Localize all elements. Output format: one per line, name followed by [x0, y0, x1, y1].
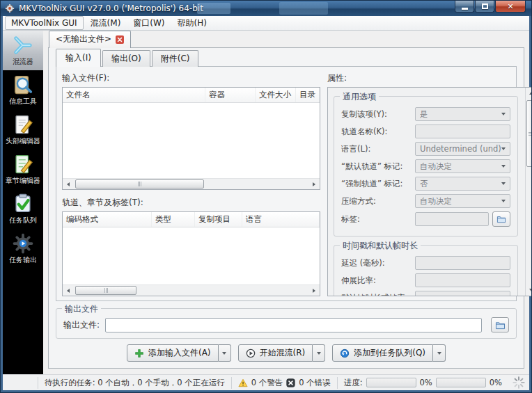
sidebar-item-job-output[interactable]: 任务输出: [3, 229, 43, 268]
scroll-right-icon[interactable]: [308, 179, 320, 189]
output-file-label: 输出文件:: [63, 319, 100, 331]
tab-attachments[interactable]: 附件(C): [152, 50, 199, 67]
document-tab[interactable]: <无输出文件>: [49, 31, 131, 48]
input-files-body[interactable]: [63, 103, 320, 178]
titlebar[interactable]: MKVToolNix GUI v27.0.0 ('Metropolis') 64…: [1, 1, 531, 16]
status-bar: 待执行的任务: 0 个自动，0 个手动，0 个正在运行 0 个警告 0 个错误 …: [3, 374, 529, 390]
tracks-hscrollbar[interactable]: [63, 284, 320, 296]
output-file-browse-button[interactable]: [491, 317, 509, 332]
scroll-up-icon[interactable]: [526, 88, 532, 99]
compression-label: 压缩方式:: [341, 196, 415, 207]
forced-track-flag-select[interactable]: 否: [415, 177, 510, 191]
add-to-job-queue-dropdown[interactable]: [433, 344, 446, 362]
tab-output[interactable]: 输出(O): [102, 50, 150, 67]
column-header-codec[interactable]: 编码格式: [63, 212, 152, 227]
input-files-header[interactable]: 文件名 容器 文件大小 目录: [63, 88, 320, 103]
tracks-label: 轨道、章节及标签(T):: [62, 197, 320, 209]
copy-item-label: 复制该项(Y):: [341, 109, 415, 120]
tab-input[interactable]: 输入(I): [56, 49, 101, 67]
add-source-files-dropdown[interactable]: [219, 344, 231, 362]
merge-icon: [13, 35, 33, 56]
chevron-down-icon: [501, 182, 506, 185]
add-to-job-queue-button[interactable]: 添加到任务队列(Q): [332, 344, 433, 362]
sidebar-item-merge[interactable]: 混流器: [3, 31, 43, 70]
scroll-right-icon[interactable]: [308, 285, 320, 296]
merge-sub-tabs: 输入(I) 输出(O) 附件(C): [49, 48, 524, 66]
sidebar-item-info-tool[interactable]: 信息工具: [3, 70, 43, 110]
chapter-editor-icon: [13, 154, 33, 175]
default-track-flag-label: “默认轨道” 标记:: [341, 161, 415, 172]
warning-icon: [238, 378, 248, 387]
column-header-copy-item[interactable]: 复制项目: [195, 212, 242, 227]
titlebar-glass-highlight: [197, 3, 230, 14]
column-header-language[interactable]: 语言: [242, 212, 320, 227]
column-header-type[interactable]: 类型: [152, 212, 195, 227]
track-name-field[interactable]: [415, 125, 510, 138]
scrollbar-thumb[interactable]: [75, 286, 136, 295]
sidebar-item-header-editor[interactable]: 头部编辑器: [3, 110, 43, 150]
sidebar-item-label: 混流器: [13, 57, 33, 67]
default-track-flag-select[interactable]: 自动决定: [415, 159, 510, 173]
menu-window[interactable]: 窗口(W): [127, 16, 170, 31]
start-muxing-button[interactable]: 开始混流(R): [238, 344, 313, 362]
chevron-down-icon: [501, 165, 506, 168]
menu-merge[interactable]: 混流(M): [85, 16, 127, 31]
column-header-filename[interactable]: 文件名: [63, 88, 205, 102]
errors-count: 0 个错误: [299, 378, 330, 388]
properties-panel: 通用选项 复制该项(Y): 是 轨道名称(K):: [327, 87, 532, 296]
maximize-button[interactable]: [475, 1, 494, 13]
tracks-table[interactable]: 编码格式 类型 复制项目 语言: [62, 211, 320, 296]
folder-icon: [495, 321, 506, 330]
document-tab-label: <无输出文件>: [56, 33, 111, 45]
group-title: 输出文件: [62, 303, 101, 315]
input-tab-page: 输入文件(F): 文件名 容器 文件大小 目录: [56, 66, 517, 301]
add-to-queue-icon: [340, 348, 350, 358]
scrollbar-thumb[interactable]: [75, 179, 204, 189]
menu-mkvtoolnix-gui[interactable]: MKVToolNix GUI: [5, 16, 84, 30]
column-header-container[interactable]: 容器: [205, 88, 256, 102]
scroll-down-icon[interactable]: [526, 284, 532, 296]
tab-close-icon[interactable]: [116, 35, 124, 44]
sidebar-item-job-queue[interactable]: 任务队列: [3, 189, 43, 229]
default-duration-select[interactable]: [415, 291, 510, 296]
delay-field[interactable]: [415, 256, 510, 270]
app-window: MKVToolNix GUI v27.0.0 ('Metropolis') 64…: [0, 0, 532, 393]
minimize-button[interactable]: [455, 1, 474, 13]
menu-help[interactable]: 帮助(H): [172, 16, 212, 31]
group-title: 通用选项: [340, 91, 379, 103]
tags-browse-button[interactable]: [492, 211, 510, 227]
compression-select[interactable]: 自动决定: [415, 194, 510, 208]
column-header-filesize[interactable]: 文件大小: [256, 88, 296, 102]
tracks-body[interactable]: [63, 227, 320, 284]
sidebar-item-label: 任务输出: [9, 255, 37, 265]
scroll-left-icon[interactable]: [63, 285, 74, 296]
job-output-icon: [13, 233, 33, 254]
app-icon: [5, 3, 15, 13]
tags-field[interactable]: [415, 212, 489, 226]
start-muxing-dropdown[interactable]: [313, 344, 325, 362]
scroll-left-icon[interactable]: [63, 179, 74, 189]
input-files-hscrollbar[interactable]: [63, 178, 320, 189]
jobs-status: 待执行的任务: 0 个自动，0 个手动，0 个正在运行: [38, 377, 231, 389]
maximize-icon: [482, 3, 488, 9]
properties-vscrollbar[interactable]: [525, 88, 532, 296]
sidebar-item-chapter-editor[interactable]: 章节编辑器: [3, 150, 43, 189]
output-file-input[interactable]: [105, 318, 482, 332]
menu-bar: MKVToolNix GUI 混流(M) 窗口(W) 帮助(H): [3, 16, 529, 31]
current-job-progress-bar: [366, 378, 416, 387]
column-header-directory[interactable]: 目录: [296, 88, 320, 102]
queue-progress-value: 0%: [490, 378, 502, 387]
busy-spinner-icon: [513, 376, 525, 389]
action-buttons: 添加输入文件(A) 开始混流(R): [49, 339, 524, 368]
scrollbar-thumb[interactable]: [526, 100, 532, 167]
stretch-field[interactable]: [415, 273, 510, 287]
language-select[interactable]: Undetermined (und): [415, 142, 510, 156]
copy-item-select[interactable]: 是: [415, 107, 510, 121]
input-files-table[interactable]: 文件名 容器 文件大小 目录: [62, 87, 320, 190]
output-file-group: 输出文件 输出文件:: [56, 308, 517, 339]
header-editor-icon: [13, 114, 33, 135]
tracks-header[interactable]: 编码格式 类型 复制项目 语言: [63, 212, 320, 227]
document-tab-strip: <无输出文件>: [43, 31, 529, 47]
close-button[interactable]: ✕: [495, 1, 526, 13]
add-source-files-button[interactable]: 添加输入文件(A): [127, 344, 219, 362]
